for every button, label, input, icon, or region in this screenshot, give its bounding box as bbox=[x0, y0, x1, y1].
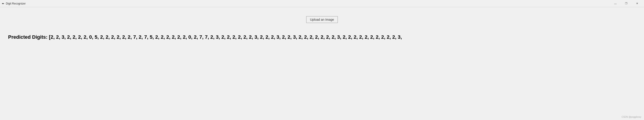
maximize-button[interactable]: ❐ bbox=[621, 0, 632, 7]
predicted-digits-label: Predicted Digits: bbox=[8, 34, 48, 40]
minimize-button[interactable]: — bbox=[610, 0, 620, 7]
app-icon: ✒ bbox=[2, 2, 4, 6]
main-content: Upload an Image Predicted Digits: [2, 2,… bbox=[0, 7, 644, 40]
title-bar-controls: — ❐ ✕ bbox=[610, 0, 642, 7]
title-bar: ✒ Digit Recognizer — ❐ ✕ bbox=[0, 0, 644, 7]
footer-watermark: CSDN @poggiloray bbox=[622, 116, 641, 118]
upload-image-button[interactable]: Upload an Image bbox=[306, 16, 338, 23]
close-button[interactable]: ✕ bbox=[632, 0, 642, 7]
title-bar-left: ✒ Digit Recognizer bbox=[2, 2, 26, 6]
predicted-digits-values: [2, 2, 3, 2, 2, 2, 2, 0, 5, 2, 2, 2, 2, … bbox=[49, 34, 402, 40]
app-title: Digit Recognizer bbox=[6, 2, 26, 5]
predicted-digits: Predicted Digits: [2, 2, 3, 2, 2, 2, 2, … bbox=[4, 34, 644, 40]
